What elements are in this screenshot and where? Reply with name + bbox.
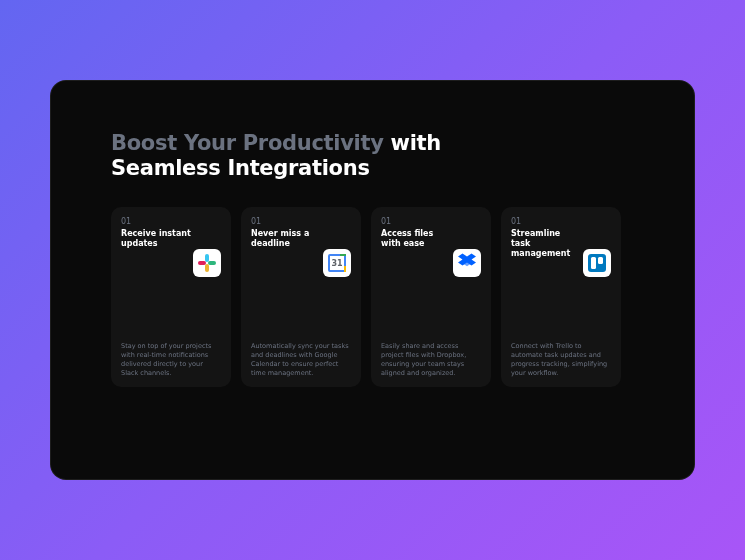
card-number: 01 (381, 217, 481, 226)
integration-card-dropbox[interactable]: 01 Access files with ease Easily share a… (371, 207, 491, 387)
card-number: 01 (121, 217, 221, 226)
integration-card-slack[interactable]: 01 Receive instant updates Stay on top o… (111, 207, 231, 387)
integration-card-google-calendar[interactable]: 01 Never miss a deadline 31 Automaticall… (241, 207, 361, 387)
dropbox-icon (453, 249, 481, 277)
google-calendar-icon: 31 (323, 249, 351, 277)
card-title: Receive instant updates (121, 229, 191, 249)
card-description: Connect with Trello to automate task upd… (511, 342, 611, 377)
card-description: Automatically sync your tasks and deadli… (251, 342, 351, 377)
heading-dim: Boost Your Productivity (111, 131, 384, 155)
integrations-panel: Boost Your Productivity with Seamless In… (50, 80, 695, 480)
card-description: Stay on top of your projects with real-t… (121, 342, 221, 377)
card-number: 01 (251, 217, 351, 226)
card-description: Easily share and access project files wi… (381, 342, 481, 377)
card-title: Streamline task management (511, 229, 581, 259)
cards-row: 01 Receive instant updates Stay on top o… (111, 207, 634, 387)
trello-icon (583, 249, 611, 277)
slack-icon (193, 249, 221, 277)
integration-card-trello[interactable]: 01 Streamline task management Connect wi… (501, 207, 621, 387)
card-number: 01 (511, 217, 611, 226)
card-title: Never miss a deadline (251, 229, 321, 249)
card-title: Access files with ease (381, 229, 451, 249)
page-background: Boost Your Productivity with Seamless In… (0, 0, 745, 560)
panel-heading: Boost Your Productivity with Seamless In… (111, 131, 471, 181)
